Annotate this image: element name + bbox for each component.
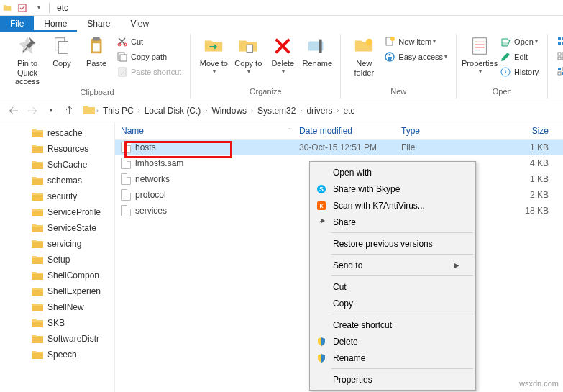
new-item-icon xyxy=(384,36,395,47)
ctx-copy[interactable]: Copy xyxy=(311,295,474,311)
file-name: networks xyxy=(135,174,170,184)
address-bar: 🡠 🡢 ▾ 🡡 › This PC› Local Disk (C:)› Wind… xyxy=(0,99,563,122)
paste-button[interactable]: Paste xyxy=(79,34,114,70)
folder-icon xyxy=(32,145,43,154)
crumb-windows[interactable]: Windows xyxy=(209,106,250,116)
paste-icon xyxy=(86,35,107,57)
crumb-local-disk[interactable]: Local Disk (C:) xyxy=(142,106,204,116)
tree-item[interactable]: ShellCompon xyxy=(0,268,114,283)
ctx-scan-k7[interactable]: KScan with K7AntiVirus... xyxy=(311,197,474,214)
table-row[interactable]: hosts30-Oct-15 12:51 PMFile1 KB xyxy=(115,140,563,155)
history-icon xyxy=(500,66,511,78)
edit-icon xyxy=(500,51,511,63)
select-none-button[interactable]: Select xyxy=(554,49,563,64)
tree-item[interactable]: SoftwareDistr xyxy=(0,331,114,347)
group-select: Select Select Invert xyxy=(548,34,563,99)
invert-selection-button[interactable]: Invert xyxy=(554,64,563,79)
folder-icon xyxy=(32,334,43,344)
ctx-restore[interactable]: Restore previous versions xyxy=(311,235,474,252)
file-icon xyxy=(121,173,131,185)
file-size: 1 KB xyxy=(485,174,563,184)
ctx-rename[interactable]: Rename xyxy=(311,350,474,366)
col-size[interactable]: Size xyxy=(485,126,563,136)
svg-rect-9 xyxy=(120,55,127,61)
pin-button[interactable]: Pin to Quick access xyxy=(10,34,45,88)
new-item-button[interactable]: New item▾ xyxy=(381,34,450,49)
nav-recent-button[interactable]: ▾ xyxy=(43,103,59,119)
ctx-cut[interactable]: Cut xyxy=(311,278,474,295)
ctx-sep xyxy=(331,232,473,233)
nav-back-button[interactable]: 🡠 xyxy=(6,103,22,119)
ctx-properties[interactable]: Properties xyxy=(311,371,474,388)
cut-button[interactable]: Cut xyxy=(114,34,184,49)
folder-icon xyxy=(32,192,43,201)
folder-icon xyxy=(32,224,43,233)
ctx-share[interactable]: Share xyxy=(311,214,474,230)
qat-dropdown-icon[interactable]: ▾ xyxy=(32,1,45,14)
file-icon xyxy=(121,205,131,216)
tab-home[interactable]: Home xyxy=(34,16,77,32)
col-type[interactable]: Type xyxy=(401,126,485,136)
svg-rect-10 xyxy=(119,68,126,76)
select-all-button[interactable]: Select xyxy=(554,34,563,49)
crumb-drivers[interactable]: drivers xyxy=(303,106,335,116)
svg-rect-27 xyxy=(558,57,561,60)
tree-item[interactable]: ShellExperien xyxy=(0,283,114,299)
folder-icon xyxy=(3,4,12,12)
tree-item[interactable]: Speech xyxy=(0,347,114,363)
crumb-this-pc[interactable]: This PC xyxy=(100,106,137,116)
tab-view[interactable]: View xyxy=(120,16,159,32)
group-organize: Move to▾ Copy to▾ Delete▾ Rename Organiz… xyxy=(191,34,341,99)
nav-tree[interactable]: rescacheResourcesSchCacheschemassecurity… xyxy=(0,122,115,392)
tree-item[interactable]: Resources xyxy=(0,141,114,157)
crumb-etc[interactable]: etc xyxy=(340,106,357,116)
tree-item[interactable]: ServiceProfile xyxy=(0,204,114,220)
col-date[interactable]: Date modified xyxy=(299,126,401,136)
nav-forward-button[interactable]: 🡢 xyxy=(24,103,40,119)
tree-item[interactable]: schemas xyxy=(0,173,114,188)
copy-to-button[interactable]: Copy to▾ xyxy=(231,34,265,76)
edit-button[interactable]: Edit xyxy=(497,49,541,64)
tree-item[interactable]: SKB xyxy=(0,315,114,331)
ctx-sep xyxy=(331,254,473,255)
rename-button[interactable]: Rename xyxy=(300,34,334,70)
tree-item[interactable]: servicing xyxy=(0,236,114,252)
ctx-open-with[interactable]: Open with xyxy=(311,164,474,181)
copy-button[interactable]: Copy xyxy=(45,34,79,70)
copy-path-button[interactable]: Copy path xyxy=(114,49,184,64)
open-button[interactable]: Open▾ xyxy=(497,34,541,49)
paste-shortcut-button[interactable]: Paste shortcut xyxy=(114,64,184,79)
crumb-system32[interactable]: System32 xyxy=(255,106,298,116)
ctx-send-to[interactable]: Send to▶ xyxy=(311,257,474,273)
nav-up-button[interactable]: 🡡 xyxy=(62,103,78,119)
ctx-create-shortcut[interactable]: Create shortcut xyxy=(311,316,474,333)
pin-icon xyxy=(17,35,38,57)
file-size: 1 KB xyxy=(485,142,563,152)
group-clipboard: Pin to Quick access Copy Paste Cut Copy … xyxy=(4,34,191,99)
tree-item[interactable]: ShellNew xyxy=(0,299,114,315)
svg-rect-13 xyxy=(319,40,322,53)
tab-file[interactable]: File xyxy=(0,16,34,32)
history-button[interactable]: History xyxy=(497,64,541,79)
new-folder-button[interactable]: New folder xyxy=(347,34,381,78)
tree-item[interactable]: SchCache xyxy=(0,157,114,173)
context-menu: Open with SShare with Skype KScan with K… xyxy=(309,161,476,391)
qat-save-icon[interactable] xyxy=(16,1,29,14)
ctx-share-skype[interactable]: SShare with Skype xyxy=(311,181,474,197)
move-to-button[interactable]: Move to▾ xyxy=(196,34,231,76)
tree-item[interactable]: Setup xyxy=(0,252,114,268)
tree-item[interactable]: rescache xyxy=(0,125,114,141)
breadcrumb[interactable]: › This PC› Local Disk (C:)› Windows› Sys… xyxy=(81,102,557,119)
folder-icon xyxy=(32,287,43,296)
svg-text:S: S xyxy=(319,186,324,193)
easy-access-button[interactable]: Easy access▾ xyxy=(381,49,450,64)
tree-item[interactable]: security xyxy=(0,188,114,204)
properties-button[interactable]: Properties▾ xyxy=(462,34,497,76)
ctx-delete[interactable]: Delete xyxy=(311,333,474,350)
column-headers[interactable]: Name˄ Date modified Type Size xyxy=(115,122,563,140)
delete-button[interactable]: Delete▾ xyxy=(265,34,300,76)
ctx-sep xyxy=(331,368,473,369)
tab-share[interactable]: Share xyxy=(77,16,120,32)
tree-item[interactable]: ServiceState xyxy=(0,220,114,236)
delete-icon xyxy=(272,35,293,57)
